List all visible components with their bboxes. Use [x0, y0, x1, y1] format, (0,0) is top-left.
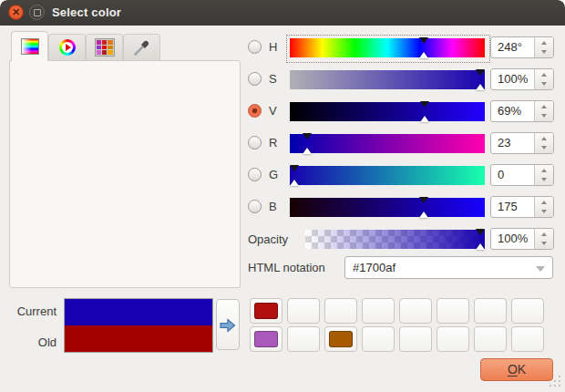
swatch-button[interactable]	[511, 326, 544, 352]
opacity-slider[interactable]	[305, 230, 485, 249]
swatch-color	[329, 331, 353, 347]
right-arrow-icon	[220, 317, 236, 334]
slider-handle[interactable]	[290, 180, 299, 186]
v-row: V69%	[244, 99, 561, 131]
spin-up-icon[interactable]	[541, 201, 547, 204]
ok-button[interactable]: OK	[480, 358, 553, 381]
s-spinbox[interactable]: 100%	[490, 68, 554, 90]
g-slider[interactable]	[290, 166, 485, 185]
spin-up-icon[interactable]	[541, 73, 547, 77]
add-to-swatches-button[interactable]	[216, 299, 240, 350]
opacity-gradient	[305, 230, 485, 249]
color-box-panel	[9, 60, 241, 288]
r-spinbox[interactable]: 23	[490, 132, 554, 154]
tab-color-box[interactable]	[11, 31, 48, 61]
s-label: S	[269, 72, 277, 86]
chevron-down-icon[interactable]	[536, 266, 545, 272]
swatch-button[interactable]	[474, 326, 507, 352]
slider-handle[interactable]	[476, 229, 485, 235]
close-icon[interactable]: ✕	[8, 5, 24, 20]
g-spinbox[interactable]: 0	[490, 164, 554, 186]
h-spinbox[interactable]: 248°	[490, 36, 554, 58]
swatch-button[interactable]	[324, 326, 357, 352]
spin-down-icon[interactable]	[541, 242, 547, 245]
slider-handle[interactable]	[419, 37, 428, 44]
swatch-button[interactable]	[437, 326, 469, 352]
tab-color-swatches[interactable]	[86, 34, 123, 60]
s-value[interactable]: 100%	[498, 72, 528, 86]
opacity-spinbox[interactable]: 100%	[490, 228, 554, 250]
spin-down-icon[interactable]	[541, 210, 547, 213]
spin-down-icon[interactable]	[541, 178, 547, 181]
b-value[interactable]: 175	[498, 200, 518, 213]
r-slider[interactable]	[290, 134, 485, 153]
slider-handle[interactable]	[476, 84, 485, 90]
swatch-button[interactable]	[287, 298, 320, 324]
spin-up-icon[interactable]	[541, 105, 547, 108]
v-radio[interactable]	[248, 104, 262, 118]
slider-handle[interactable]	[419, 211, 428, 218]
resize-grip[interactable]	[548, 374, 562, 388]
spin-up-icon[interactable]	[541, 41, 547, 45]
maximize-icon[interactable]	[29, 5, 45, 20]
h-slider[interactable]	[290, 38, 485, 57]
slider-handle[interactable]	[419, 52, 428, 58]
spin-down-icon[interactable]	[541, 146, 547, 150]
b-slider[interactable]	[290, 198, 485, 217]
slider-handle[interactable]	[419, 197, 428, 203]
b-label: B	[269, 200, 277, 213]
swatch-button[interactable]	[399, 298, 432, 324]
color-wheel-icon	[59, 39, 76, 56]
swatch-button[interactable]	[399, 326, 432, 352]
html-notation-combo[interactable]: #1700af	[344, 256, 553, 279]
color-box-icon	[21, 38, 39, 55]
slider-handle[interactable]	[476, 69, 485, 76]
slider-handle[interactable]	[420, 116, 429, 122]
swatch-button[interactable]	[362, 298, 395, 324]
swatch-button[interactable]	[324, 298, 357, 324]
swatch-button[interactable]	[287, 326, 320, 352]
v-spinbox[interactable]: 69%	[490, 100, 554, 122]
select-color-dialog: ✕ Select color H248°S100%V69%R23G0B175	[0, 0, 565, 392]
slider-handle[interactable]	[420, 101, 429, 108]
old-label: Old	[2, 335, 56, 349]
h-radio[interactable]	[248, 40, 262, 54]
slider-handle[interactable]	[290, 165, 299, 171]
h-value[interactable]: 248°	[498, 40, 522, 54]
swatch-button[interactable]	[511, 298, 544, 324]
swatch-button[interactable]	[250, 326, 282, 352]
swatch-button[interactable]	[362, 326, 395, 352]
r-radio[interactable]	[248, 136, 262, 150]
slider-handle[interactable]	[476, 243, 485, 250]
spin-buttons	[534, 133, 553, 153]
swatch-color	[254, 331, 278, 347]
r-value[interactable]: 23	[498, 136, 510, 150]
s-radio[interactable]	[248, 72, 262, 86]
current-color-swatch	[65, 299, 212, 325]
s-slider[interactable]	[290, 70, 485, 89]
tab-color-wheel[interactable]	[48, 34, 86, 60]
spin-down-icon[interactable]	[541, 82, 547, 86]
b-radio[interactable]	[248, 200, 262, 213]
swatch-button[interactable]	[474, 298, 507, 324]
spin-down-icon[interactable]	[541, 50, 547, 54]
r-row: R23	[244, 131, 561, 163]
spin-up-icon[interactable]	[541, 169, 547, 172]
swatch-button[interactable]	[250, 298, 282, 324]
html-notation-value[interactable]: #1700af	[353, 261, 396, 274]
spin-up-icon[interactable]	[541, 232, 547, 236]
v-slider[interactable]	[290, 102, 485, 121]
g-radio[interactable]	[248, 168, 262, 181]
v-value[interactable]: 69%	[498, 104, 521, 118]
opacity-value[interactable]: 100%	[498, 232, 528, 245]
g-value[interactable]: 0	[498, 168, 504, 181]
title-bar[interactable]: ✕ Select color	[0, 0, 565, 26]
spin-down-icon[interactable]	[541, 114, 547, 118]
maximize-glyph	[34, 9, 41, 16]
spin-up-icon[interactable]	[541, 137, 547, 140]
slider-handle[interactable]	[303, 148, 312, 154]
slider-handle[interactable]	[303, 133, 312, 139]
b-spinbox[interactable]: 175	[490, 196, 554, 218]
tab-color-sampler[interactable]	[123, 34, 160, 60]
swatch-button[interactable]	[437, 298, 469, 324]
